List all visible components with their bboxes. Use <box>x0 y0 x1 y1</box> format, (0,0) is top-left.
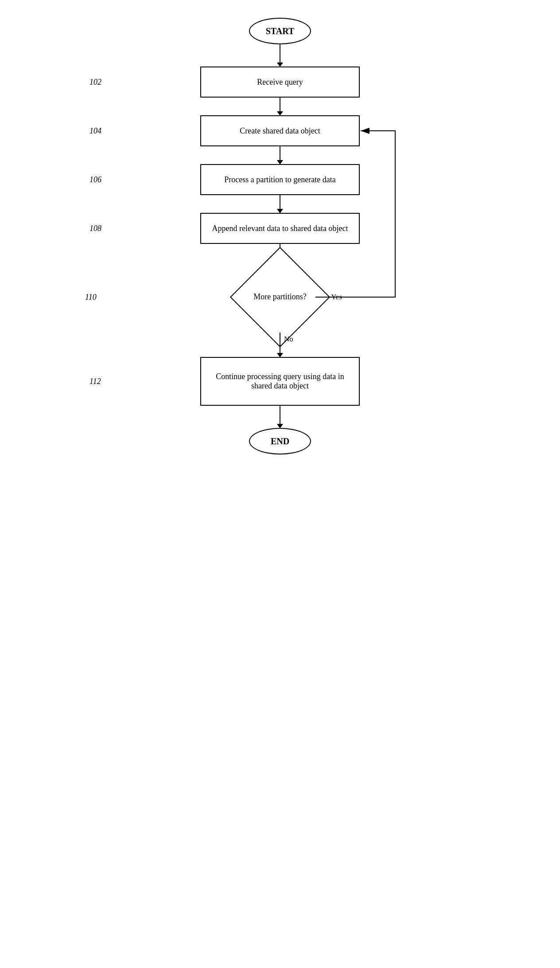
arrow-start-to-receive <box>280 44 280 67</box>
diagram-container: START 102 Receive query 104 Create share… <box>125 18 435 481</box>
receive-query-box: Receive query <box>200 67 360 98</box>
arrow-receive-to-create <box>280 98 280 115</box>
label-106: 106 <box>89 175 101 184</box>
arrow-process-to-append <box>280 195 280 213</box>
continue-processing-box: Continue processing query using data in … <box>200 357 360 406</box>
label-102: 102 <box>89 78 101 87</box>
label-110: 110 <box>85 293 97 302</box>
start-node-wrapper: START <box>125 18 435 44</box>
end-node-wrapper: END <box>125 428 435 455</box>
receive-query-wrapper: 102 Receive query <box>125 67 435 98</box>
append-relevant-box: Append relevant data to shared data obje… <box>200 213 360 244</box>
continue-processing-wrapper: 112 Continue processing query using data… <box>125 357 435 406</box>
create-shared-wrapper: 104 Create shared data object <box>125 115 435 146</box>
label-104: 104 <box>89 126 101 136</box>
more-partitions-text: More partitions? <box>253 292 307 302</box>
flowchart: START 102 Receive query 104 Create share… <box>125 18 435 481</box>
diamond-wrapper: More partitions? Yes <box>245 262 315 333</box>
arrow-continue-to-end <box>280 406 280 428</box>
end-label: END <box>271 436 289 447</box>
process-partition-box: Process a partition to generate data <box>200 164 360 195</box>
append-relevant-wrapper: 108 Append relevant data to shared data … <box>125 213 435 244</box>
start-oval: START <box>249 18 311 44</box>
process-partition-wrapper: 106 Process a partition to generate data <box>125 164 435 195</box>
start-label: START <box>266 26 295 36</box>
create-shared-box: Create shared data object <box>200 115 360 146</box>
arrow-create-to-process <box>280 146 280 164</box>
no-label: No <box>284 335 293 344</box>
end-oval: END <box>249 428 311 455</box>
more-partitions-wrapper: 110 More partitions? Yes <box>125 262 435 333</box>
arrow-diamond-no: No <box>280 333 280 357</box>
label-112: 112 <box>89 377 101 386</box>
label-108: 108 <box>89 224 101 233</box>
yes-label: Yes <box>331 293 342 302</box>
